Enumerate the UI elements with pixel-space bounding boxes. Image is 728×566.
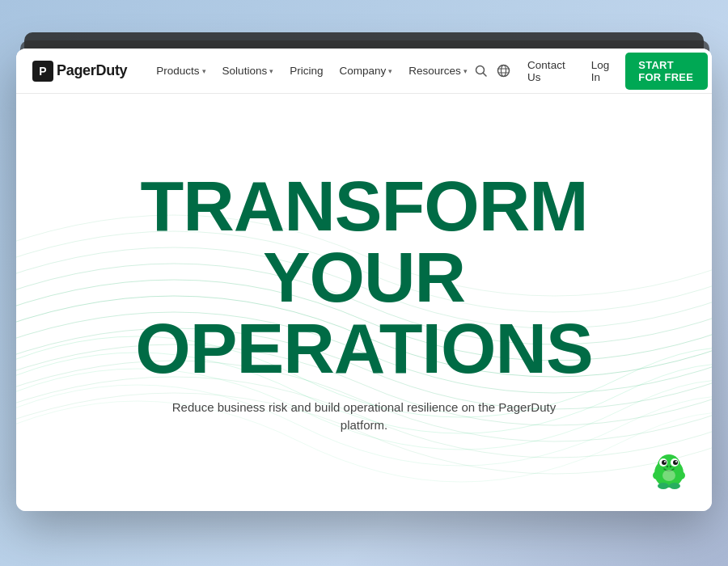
svg-point-2 [498, 65, 510, 77]
hero-title-line1: TRANSFORM [135, 171, 592, 242]
logo-text: PagerDuty [57, 62, 127, 79]
svg-point-18 [658, 483, 669, 489]
svg-point-10 [662, 460, 667, 465]
svg-point-17 [677, 471, 685, 479]
chevron-down-icon: ▾ [463, 67, 468, 75]
nav-item-solutions[interactable]: Solutions ▾ [216, 60, 281, 82]
hero-title-line3: OPERATIONS [135, 313, 592, 384]
start-for-free-button[interactable]: START FOR FREE [625, 53, 708, 90]
nav-item-company[interactable]: Company ▾ [332, 60, 399, 82]
logo[interactable]: P PagerDuty [32, 61, 127, 82]
svg-point-3 [502, 65, 506, 77]
svg-point-19 [669, 483, 680, 489]
mascot [649, 451, 689, 492]
nav-item-products[interactable]: Products ▾ [150, 60, 212, 82]
contact-us-button[interactable]: Contact Us [518, 54, 575, 88]
search-icon [475, 65, 488, 78]
chevron-down-icon: ▾ [388, 67, 392, 75]
navbar: P PagerDuty Products ▾ Solutions ▾ Prici… [16, 49, 712, 94]
nav-links: Products ▾ Solutions ▾ Pricing Company ▾… [150, 60, 473, 82]
logo-icon: P [32, 61, 53, 82]
globe-icon [497, 64, 510, 78]
svg-point-13 [675, 461, 677, 463]
nav-item-resources[interactable]: Resources ▾ [402, 60, 474, 82]
svg-point-12 [664, 461, 666, 463]
hero-subtitle: Reduce business risk and build operation… [170, 399, 558, 435]
hero-section: TRANSFORM YOUR OPERATIONS Reduce busines… [16, 94, 712, 511]
browser-stack: P PagerDuty Products ▾ Solutions ▾ Prici… [16, 49, 712, 517]
svg-point-20 [662, 470, 675, 481]
hero-content: TRANSFORM YOUR OPERATIONS Reduce busines… [103, 171, 624, 435]
login-button[interactable]: Log In [582, 54, 620, 88]
hero-title: TRANSFORM YOUR OPERATIONS [135, 171, 592, 384]
svg-point-14 [667, 466, 668, 467]
chevron-down-icon: ▾ [202, 67, 206, 75]
svg-point-11 [673, 460, 678, 465]
language-button[interactable] [496, 58, 511, 84]
search-button[interactable] [474, 58, 489, 84]
svg-point-15 [670, 466, 671, 467]
hero-title-line2: YOUR [135, 242, 592, 313]
nav-actions: Contact Us Log In START FOR FREE [474, 53, 708, 90]
svg-point-16 [653, 471, 661, 479]
chevron-down-icon: ▾ [269, 67, 273, 75]
browser-window: P PagerDuty Products ▾ Solutions ▾ Prici… [16, 49, 712, 511]
nav-item-pricing[interactable]: Pricing [283, 60, 329, 82]
svg-line-1 [484, 73, 487, 76]
